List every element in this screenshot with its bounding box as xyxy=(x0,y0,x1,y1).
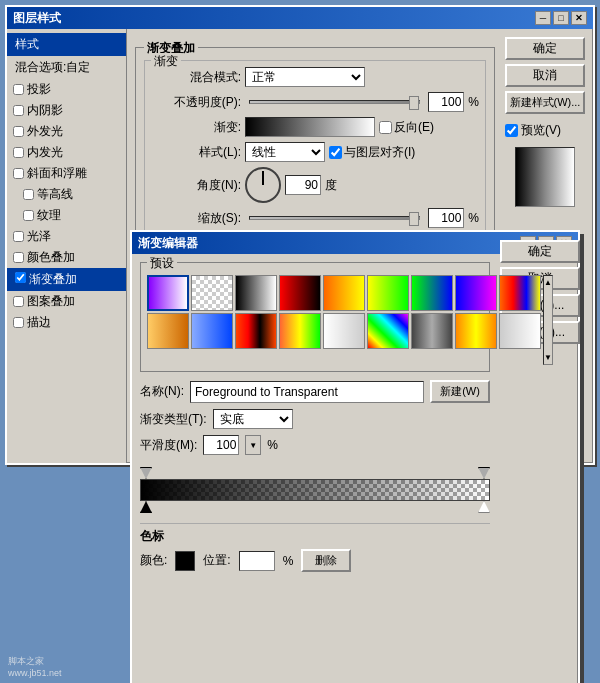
location-label: 位置: xyxy=(203,552,230,569)
action-buttons: 确定 取消 新建样式(W)... 预览(V) xyxy=(505,37,585,211)
preset-item-1[interactable] xyxy=(147,275,189,311)
cancel-button[interactable]: 取消 xyxy=(505,64,585,87)
new-gradient-button[interactable]: 新建(W) xyxy=(430,380,490,403)
preview-box xyxy=(515,147,575,207)
sidebar-item-innershadow[interactable]: 内阴影 xyxy=(7,100,126,121)
bevelemboss-check[interactable] xyxy=(13,168,24,179)
opacity-input[interactable] xyxy=(428,92,464,112)
opacity-slider[interactable] xyxy=(249,100,420,104)
preset-item-5[interactable] xyxy=(323,275,365,311)
location-input[interactable] xyxy=(239,551,275,571)
reverse-checkbox[interactable] xyxy=(379,121,392,134)
smoothness-spinner[interactable]: ▼ xyxy=(245,435,261,455)
color-swatch[interactable] xyxy=(175,551,195,571)
preview-checkbox[interactable] xyxy=(505,124,518,137)
preview-content xyxy=(516,148,574,206)
preset-item-14[interactable] xyxy=(323,313,365,349)
coloroverlay-check[interactable] xyxy=(13,252,24,263)
scroll-up-arrow[interactable]: ▲ xyxy=(544,278,552,287)
gradient-preview[interactable] xyxy=(245,117,375,137)
blend-mode-select[interactable]: 正常 xyxy=(245,67,365,87)
opacity-stop-right[interactable] xyxy=(478,467,490,479)
sidebar-item-dropshadow[interactable]: 投影 xyxy=(7,79,126,100)
sidebar-item-patternoverlay[interactable]: 图案叠加 xyxy=(7,291,126,312)
name-input[interactable] xyxy=(190,381,424,403)
gradient-overlay-group: 渐变叠加 渐变 混合模式: 正常 不透明度(P): xyxy=(135,47,495,249)
dropshadow-check[interactable] xyxy=(13,84,24,95)
preset-item-4[interactable] xyxy=(279,275,321,311)
presets-group: 预设 xyxy=(140,262,490,372)
gradientoverlay-check[interactable] xyxy=(15,272,26,283)
style-select[interactable]: 线性 xyxy=(245,142,325,162)
preset-item-16[interactable] xyxy=(411,313,453,349)
preset-item-8[interactable] xyxy=(455,275,497,311)
outerglow-check[interactable] xyxy=(13,126,24,137)
scale-slider[interactable] xyxy=(249,216,420,220)
smoothness-unit: % xyxy=(267,438,278,452)
innerglow-check[interactable] xyxy=(13,147,24,158)
style-row: 样式(L): 线性 与图层对齐(I) xyxy=(151,142,479,162)
color-label: 颜色: xyxy=(140,552,167,569)
satin-check[interactable] xyxy=(13,231,24,242)
stroke-check[interactable] xyxy=(13,317,24,328)
close-button[interactable]: ✕ xyxy=(571,11,587,25)
sidebar-item-gradientoverlay[interactable]: 渐变叠加 xyxy=(7,268,126,291)
scale-unit: % xyxy=(468,211,479,225)
patternoverlay-check[interactable] xyxy=(13,296,24,307)
sidebar-item-bevelemboss[interactable]: 斜面和浮雕 xyxy=(7,163,126,184)
sidebar-item-texture[interactable]: 纹理 xyxy=(7,205,126,226)
texture-check[interactable] xyxy=(23,210,34,221)
preset-item-7[interactable] xyxy=(411,275,453,311)
angle-unit: 度 xyxy=(325,177,337,194)
color-stop-left[interactable] xyxy=(140,501,152,513)
confirm-button[interactable]: 确定 xyxy=(505,37,585,60)
sidebar-item-innerglow[interactable]: 内发光 xyxy=(7,142,126,163)
opacity-row: 不透明度(P): % xyxy=(151,92,479,112)
scale-input[interactable] xyxy=(428,208,464,228)
presets-grid xyxy=(147,275,541,349)
angle-circle[interactable] xyxy=(245,167,281,203)
sidebar-item-stroke[interactable]: 描边 xyxy=(7,312,126,333)
preset-item-3[interactable] xyxy=(235,275,277,311)
preview-checkbox-row: 预览(V) xyxy=(505,122,585,139)
gradient-bar[interactable] xyxy=(140,479,490,501)
preset-item-15[interactable] xyxy=(367,313,409,349)
gradient-type-select[interactable]: 实底 xyxy=(213,409,293,429)
innershadow-check[interactable] xyxy=(13,105,24,116)
preset-item-17[interactable] xyxy=(455,313,497,349)
minimize-button[interactable]: ─ xyxy=(535,11,551,25)
sidebar-item-coloroverlay[interactable]: 颜色叠加 xyxy=(7,247,126,268)
contour-check[interactable] xyxy=(23,189,34,200)
delete-stop-button[interactable]: 删除 xyxy=(301,549,351,572)
preset-item-10[interactable] xyxy=(147,313,189,349)
preset-item-11[interactable] xyxy=(191,313,233,349)
new-style-button[interactable]: 新建样式(W)... xyxy=(505,91,585,114)
scroll-down-arrow[interactable]: ▼ xyxy=(544,353,552,362)
sidebar-item-outerglow[interactable]: 外发光 xyxy=(7,121,126,142)
scale-row: 缩放(S): % xyxy=(151,208,479,228)
sidebar-item-blend[interactable]: 混合选项:自定 xyxy=(7,56,126,79)
sidebar-item-satin[interactable]: 光泽 xyxy=(7,226,126,247)
preset-item-18[interactable] xyxy=(499,313,541,349)
gradient-bar-section xyxy=(140,463,490,517)
smoothness-row: 平滑度(M): ▼ % xyxy=(140,435,490,455)
angle-input[interactable] xyxy=(285,175,321,195)
maximize-button[interactable]: □ xyxy=(553,11,569,25)
preset-item-12[interactable] xyxy=(235,313,277,349)
smoothness-input[interactable] xyxy=(203,435,239,455)
color-stop-right[interactable] xyxy=(478,501,490,513)
sidebar-item-style[interactable]: 样式 xyxy=(7,33,126,56)
preset-item-9[interactable] xyxy=(499,275,541,311)
preset-item-13[interactable] xyxy=(279,313,321,349)
main-title-bar: 图层样式 ─ □ ✕ xyxy=(7,7,593,29)
angle-indicator xyxy=(262,171,264,185)
presets-scrollbar[interactable]: ▲ ▼ xyxy=(543,275,553,365)
sidebar-item-contour[interactable]: 等高线 xyxy=(7,184,126,205)
ge-confirm-button[interactable]: 确定 xyxy=(500,240,580,263)
sidebar: 样式 混合选项:自定 投影 内阴影 外发光 内发光 xyxy=(7,29,127,463)
preset-item-6[interactable] xyxy=(367,275,409,311)
angle-label: 角度(N): xyxy=(151,177,241,194)
preset-item-2[interactable] xyxy=(191,275,233,311)
align-checkbox[interactable] xyxy=(329,146,342,159)
opacity-stop-left[interactable] xyxy=(140,467,152,479)
